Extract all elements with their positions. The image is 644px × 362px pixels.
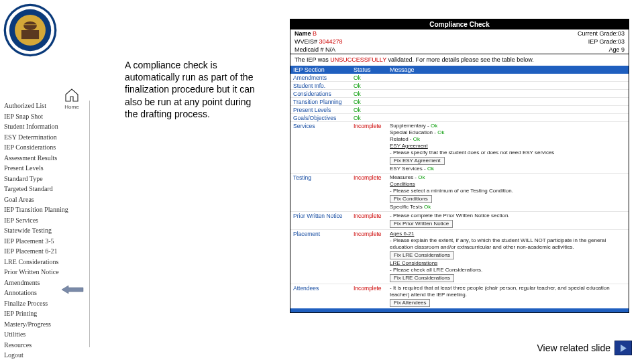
name-value: B [313,30,317,37]
row-section: Services [293,122,354,129]
sidebar-item-placement-3-5[interactable]: IEP Placement 3-5 [0,236,87,247]
medicaid-label: Medicaid # [294,46,325,53]
sidebar-nav: Authorized List IEP Snap Shot Student In… [0,101,87,361]
row-section: Student Info. [293,82,354,89]
sidebar-item-standard-type[interactable]: Standard Type [0,174,87,184]
fix-lre-button[interactable]: Fix LRE Considerations [390,251,454,259]
th-section: IEP Section [293,66,354,73]
svg-rect-5 [21,30,39,39]
table-row: Student Info.Ok [290,82,629,90]
sidebar-item-resources[interactable]: Resources [0,340,87,351]
sidebar-item-goal-areas[interactable]: Goal Areas [0,194,87,205]
table-row: Goals/ObjectivesOk [290,114,629,122]
table-row: Services Incomplete Supplementary - Ok S… [290,122,629,174]
iep-grade-label: IEP Grade: [588,38,618,45]
sidebar-border [88,101,90,347]
row-message: - Please complete the Prior Written Noti… [390,212,626,229]
current-grade-label: Current Grade: [578,30,618,37]
sidebar-item-considerations[interactable]: IEP Considerations [0,142,87,153]
row-message: - It is required that at least three peo… [390,284,626,308]
current-grade-value: 03 [618,30,625,37]
th-status: Status [354,66,390,73]
row-section: Amendments [293,74,354,81]
row-status: Ok [354,90,390,97]
play-forward-icon [614,341,632,355]
finalize-pointer-arrow-icon [60,285,85,297]
sidebar-item-assessment[interactable]: Assessment Results [0,153,87,164]
sidebar-item-printing[interactable]: IEP Printing [0,308,87,319]
table-row: Prior Written Notice Incomplete - Please… [290,212,629,230]
row-status: Ok [354,98,390,105]
sidebar-item-pwn[interactable]: Prior Written Notice [0,267,87,278]
wveis-label: WVEIS# [294,38,317,45]
svg-point-4 [23,21,37,30]
table-row: Placement Incomplete Ages 6-21 - Please … [290,230,629,284]
wv-dept-ed-logo [3,3,58,58]
fix-conditions-button[interactable]: Fix Conditions [390,195,432,203]
sidebar-item-esy[interactable]: ESY Determination [0,132,87,143]
row-message: Ages 6-21 - Please explain the extent, i… [390,230,626,284]
row-section: Goals/Objectives [293,114,354,121]
fix-attendees-button[interactable]: Fix Attendees [390,299,430,307]
sidebar-item-utilities[interactable]: Utilities [0,329,87,340]
row-status: Ok [354,74,390,81]
sidebar-item-student-info[interactable]: Student Information [0,121,87,132]
iep-grade-value: 03 [618,38,625,45]
table-header: IEP Section Status Message [290,66,629,74]
row-status: Ok [354,114,390,121]
row-status: Incomplete [354,174,390,181]
view-related-slide-link[interactable]: View related slide [537,341,632,355]
wveis-value: 3044278 [319,38,343,45]
row-status: Ok [354,82,390,89]
age-label: Age [608,46,621,53]
row-section: Considerations [293,90,354,97]
sidebar-item-authorized-list[interactable]: Authorized List [0,101,87,111]
name-label: Name [294,30,311,37]
row-status: Incomplete [354,212,390,219]
sidebar-item-statewide-testing[interactable]: Statewide Testing [0,225,87,236]
sidebar-item-transition[interactable]: IEP Transition Planning [0,204,87,215]
row-status: Incomplete [354,230,390,237]
sidebar-item-logout[interactable]: Logout [0,350,87,361]
fix-pwn-button[interactable]: Fix Prior Written Notice [390,220,453,228]
sidebar-item-present-levels[interactable]: Present Levels [0,163,87,174]
row-section: Placement [293,230,354,237]
fix-esy-button[interactable]: Fix ESY Agreement [390,157,445,165]
medicaid-value: N/A [325,46,335,53]
view-related-label: View related slide [537,343,610,353]
th-message: Message [390,66,626,73]
row-status: Incomplete [354,284,390,292]
row-section: Attendees [293,284,354,292]
sidebar-item-lre[interactable]: LRE Considerations [0,257,87,267]
table-row: Transition PlanningOk [290,98,629,106]
age-value: 9 [621,46,625,53]
panel-title: Compliance Check [290,19,629,29]
sidebar-item-finalize[interactable]: Finalize Process [0,298,87,309]
callout-text: A compliance check is automatically run … [125,59,259,120]
row-status: Incomplete [354,122,390,129]
sidebar-item-targeted-standard[interactable]: Targeted Standard [0,184,87,194]
table-row: ConsiderationsOk [290,90,629,98]
row-section: Transition Planning [293,98,354,105]
row-status: Ok [354,106,390,113]
row-section: Prior Written Notice [293,212,354,219]
validation-result: The IEP was UNSUCCESSFULLY validated. Fo… [290,54,629,66]
row-message: Supplementary - Ok Special Education - O… [390,122,626,173]
row-section: Testing [293,174,354,181]
compliance-panel: Compliance Check Name B Current Grade:03… [290,19,629,313]
table-row: Attendees Incomplete - It is required th… [290,284,629,308]
panel-footer-bar [290,308,629,312]
sidebar-item-iep-snapshot[interactable]: IEP Snap Shot [0,111,87,122]
table-row: AmendmentsOk [290,74,629,82]
table-row: Present LevelsOk [290,106,629,114]
validation-status: UNSUCCESSFULLY [330,56,386,63]
row-section: Present Levels [293,106,354,113]
table-row: Testing Incomplete Measures - Ok Conditi… [290,174,629,212]
fix-lre-button-2[interactable]: Fix LRE Considerations [390,274,454,282]
sidebar-item-placement-6-21[interactable]: IEP Placement 6-21 [0,246,87,257]
sidebar-item-mastery[interactable]: Mastery/Progress [0,319,87,330]
sidebar-item-services[interactable]: IEP Services [0,215,87,226]
row-message: Measures - Ok Conditions - Please select… [390,174,626,211]
